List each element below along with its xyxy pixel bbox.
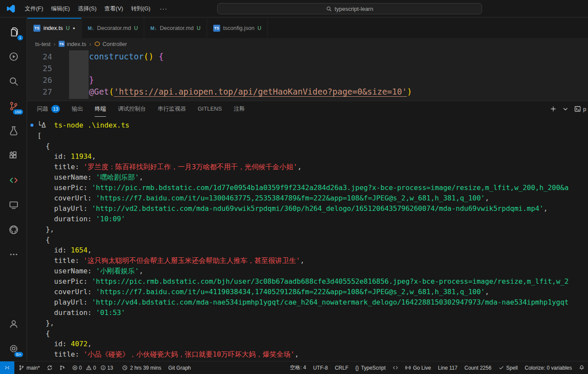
terminal-tab-button[interactable]: p — [574, 105, 586, 112]
tab-index.ts[interactable]: TSindex.tsU● — [27, 18, 82, 38]
activity-search[interactable] — [0, 69, 27, 94]
command-center-search[interactable]: typescript-learn — [217, 3, 482, 14]
terminal-line: playUrl: 'http://vd4.bdstatic.com/mda-na… — [37, 297, 588, 308]
terminal-line: userName: '小刚看娱乐', — [37, 266, 588, 276]
breadcrumb: ts-test›TSindex.ts›Controller — [27, 38, 588, 49]
status-encoding[interactable]: UTF-8 — [310, 361, 331, 374]
terminal-output[interactable]: └Δ ts-node .\index.ts[ { id: 11934, titl… — [27, 117, 588, 361]
menubar-item[interactable]: 转到(G) — [127, 3, 155, 15]
code-editor[interactable]: 24constructor() {2526}27@Get('https://ap… — [27, 49, 588, 101]
panel-tab-串行监视器[interactable]: 串行监视器 — [158, 101, 186, 117]
activity-remote-explorer[interactable] — [0, 193, 27, 217]
editor-line: 24constructor() { — [27, 51, 588, 62]
activity-explorer[interactable]: 1 — [0, 20, 27, 44]
terminal-picker-button[interactable] — [562, 105, 569, 112]
activity-testing[interactable] — [0, 118, 27, 143]
git-untracked-badge: U — [66, 25, 70, 31]
modified-dot-icon[interactable]: ● — [73, 26, 75, 30]
run-debug-icon — [9, 52, 19, 62]
panel-actions: p — [550, 101, 586, 117]
breadcrumb-item-index.ts[interactable]: TSindex.ts — [59, 41, 86, 47]
terminal-line: { — [37, 235, 588, 245]
tab-Decorator.md[interactable]: M↓Decorator.mdU — [82, 18, 144, 38]
code-icon — [393, 365, 398, 371]
titlebar: 文件(F)编辑(E)选择(S)查看(V)转到(G) ··· typescript… — [0, 0, 588, 17]
menubar-item[interactable]: 查看(V) — [100, 3, 127, 15]
status-language[interactable]: {}TypeScript — [352, 361, 389, 374]
activity-more[interactable] — [0, 242, 27, 267]
status-count[interactable]: Count 2256 — [461, 361, 495, 374]
broadcast-icon — [405, 365, 411, 371]
status-notifications[interactable] — [575, 361, 588, 374]
new-terminal-button[interactable] — [550, 105, 557, 112]
remote-explorer-icon — [9, 200, 19, 210]
terminal-line: id: 4072, — [37, 339, 588, 349]
live-server-icon — [9, 175, 19, 185]
status-indentation[interactable]: 空格: 4 — [287, 361, 310, 374]
terminal-line: }, — [37, 224, 588, 235]
activity-run-debug[interactable] — [0, 44, 27, 69]
terminal-name-label: p — [583, 106, 586, 112]
status-go-live[interactable]: Go Live — [402, 361, 434, 374]
status-colorize[interactable]: Colorize: 0 variables — [521, 361, 575, 374]
activity-settings[interactable]: BA — [0, 336, 27, 361]
status-line-indicator[interactable]: Line 117 — [434, 361, 461, 374]
breadcrumb-label: index.ts — [67, 41, 86, 47]
activity-github[interactable] — [0, 217, 27, 242]
panel-tab-label: 终端 — [95, 105, 106, 113]
panel-tab-注释[interactable]: 注释 — [234, 101, 245, 117]
vscode-logo-icon — [6, 4, 16, 13]
activity-live-server[interactable] — [0, 168, 27, 193]
account-icon — [9, 319, 19, 329]
line-content: constructor() { — [89, 51, 164, 62]
breadcrumb-item-ts-test[interactable]: ts-test — [35, 41, 50, 47]
panel-tab-终端[interactable]: 终端 — [95, 101, 106, 117]
status-git-graph-view[interactable] — [56, 361, 69, 374]
command-decoration-icon[interactable] — [30, 124, 33, 127]
git-untracked-badge: U — [134, 25, 138, 31]
status-code-actions[interactable] — [389, 361, 402, 374]
search-icon — [326, 6, 332, 12]
tab-Decorator.md[interactable]: M↓Decorator.mdU — [144, 18, 207, 38]
menubar-item[interactable]: 文件(F) — [21, 3, 47, 15]
terminal-line: title: '罗兰度：陈百祥找到好工作，一月3万啥都不用干，光伺候千金小姐', — [37, 162, 588, 172]
breadcrumb-item-Controller[interactable]: Controller — [94, 41, 127, 47]
panel-tab-bar: 问题13输出终端调试控制台串行监视器GITLENS注释 p — [27, 101, 588, 117]
terminal-line: { — [37, 141, 588, 151]
status-problems[interactable]: 0013 — [69, 361, 119, 374]
tab-label: Decorator.md — [97, 25, 131, 31]
bottom-panel: 问题13输出终端调试控制台串行监视器GITLENS注释 p └Δ ts-node… — [27, 101, 588, 361]
activity-badge: BA — [14, 351, 23, 358]
status-sync[interactable] — [43, 361, 56, 374]
status-spell[interactable]: Spell — [495, 361, 522, 374]
panel-tab-调试控制台[interactable]: 调试控制台 — [118, 101, 146, 117]
activity-account[interactable] — [0, 312, 27, 336]
activity-extensions[interactable] — [0, 143, 27, 168]
terminal-line: └Δ ts-node .\index.ts — [37, 120, 588, 131]
panel-tab-输出[interactable]: 输出 — [72, 101, 83, 117]
terminal-line: userName: '嘿哈剧乐部', — [37, 172, 588, 183]
panel-tab-label: 串行监视器 — [158, 105, 186, 113]
clock-icon — [122, 365, 128, 371]
menubar-item[interactable]: 选择(S) — [74, 3, 100, 15]
status-branch[interactable]: main* — [15, 361, 43, 374]
editor-line: 26} — [27, 74, 588, 86]
class-symbol-icon — [94, 41, 100, 47]
terminal-line: playUrl: 'http://vd2.bdstatic.com/mda-nd… — [37, 203, 588, 214]
line-content: @Get('https://api.apiopen.top/api/getHao… — [89, 86, 412, 98]
status-remote[interactable] — [0, 361, 14, 374]
panel-tab-问题[interactable]: 问题13 — [37, 101, 60, 117]
status-time-tracker[interactable]: 2 hrs 39 mins — [119, 361, 165, 374]
activity-source-control[interactable]: 150 — [0, 94, 27, 118]
extensions-icon — [9, 151, 19, 161]
breadcrumb-label: ts-test — [35, 41, 50, 47]
panel-tab-GITLENS[interactable]: GITLENS — [198, 101, 222, 117]
tab-tsconfig.json[interactable]: TStsconfig.jsonU — [207, 18, 268, 38]
remote-icon — [4, 365, 10, 371]
status-eol[interactable]: CRLF — [331, 361, 352, 374]
line-number: 26 — [27, 74, 52, 86]
problems-count-badge: 13 — [51, 105, 60, 113]
status-git-graph[interactable]: Git Graph — [165, 361, 194, 374]
menubar-more-button[interactable]: ··· — [154, 4, 172, 13]
menubar-item[interactable]: 编辑(E) — [47, 3, 74, 15]
